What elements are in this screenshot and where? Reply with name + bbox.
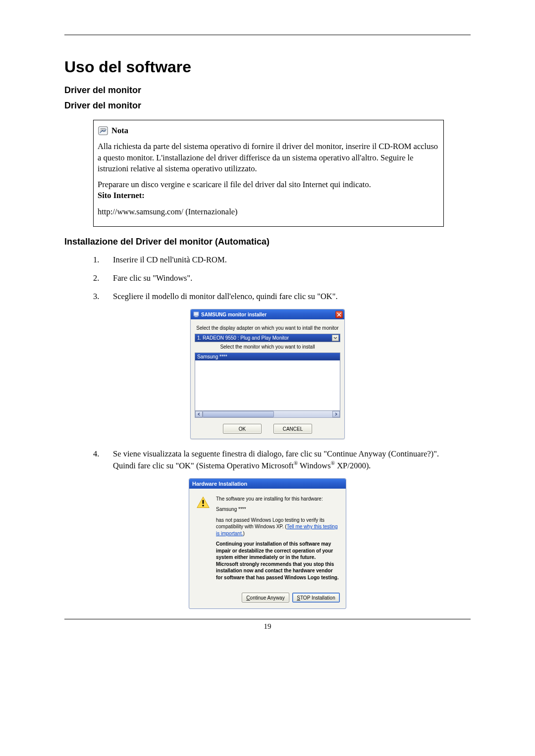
installer-adapter-combo[interactable]: 1. RADEON 9550 : Plug and Play Monitor (195, 334, 340, 342)
continue-rest: ontinue Anyway (250, 595, 285, 601)
step-4-text-pre: Se viene visualizzata la seguente finest… (113, 449, 439, 470)
installer-dialog: SAMSUNG monitor installer Select the dis… (190, 309, 345, 439)
note-header: Nota (98, 125, 439, 136)
section-install-auto: Installazione del Driver del monitor (Au… (64, 237, 471, 247)
note-site-label: Sito Internet: (98, 191, 145, 200)
scroll-left-icon[interactable] (195, 411, 203, 417)
steps-list-cont: 4. Se viene visualizzata la seguente fin… (93, 448, 455, 471)
ok-button[interactable]: OK (223, 424, 262, 434)
step-2: 2. Fare clic su "Windows". (93, 272, 455, 284)
step-1-num: 1. (93, 254, 102, 265)
step-1-text: Inserire il CD nell'unità CD-ROM. (113, 254, 227, 265)
scroll-thumb[interactable] (203, 411, 274, 417)
hwi-message: The software you are installing for this… (216, 496, 339, 585)
step-4-text-post: XP/2000). (335, 461, 371, 470)
step-2-text: Fare clic su "Windows". (113, 272, 192, 284)
step-4-text: Se viene visualizzata la seguente finest… (113, 448, 455, 471)
svg-rect-2 (195, 316, 198, 317)
svg-point-4 (202, 504, 204, 506)
hwi-line1: The software you are installing for this… (216, 496, 339, 503)
installer-label-mid: Select the monitor which you want to ins… (195, 344, 340, 350)
stop-rest: TOP Installation (300, 595, 335, 601)
page-number: 19 (64, 622, 471, 631)
stop-installation-button[interactable]: STOP Installation (292, 593, 340, 603)
step-3: 3. Scegliere il modello di monitor dall'… (93, 291, 455, 302)
svg-rect-3 (203, 500, 204, 504)
section-driver-2: Driver del monitor (64, 101, 471, 111)
installer-combo-value: 1. RADEON 9550 : Plug and Play Monitor (197, 335, 289, 341)
note-paragraph-2-text: Preparare un disco vergine e scaricare i… (98, 180, 371, 189)
installer-monitor-list[interactable]: Samsung **** (195, 353, 340, 411)
close-icon[interactable] (335, 311, 343, 318)
scroll-track[interactable] (203, 411, 332, 417)
hwi-bold: Continuing your installation of this sof… (216, 541, 339, 581)
installer-titlebar: SAMSUNG monitor installer (191, 309, 344, 319)
step-4-text-mid: Windows (298, 461, 330, 470)
step-3-num: 3. (93, 291, 102, 302)
installer-list-selected[interactable]: Samsung **** (195, 353, 340, 360)
installer-hscrollbar[interactable] (195, 410, 340, 418)
note-icon (98, 126, 108, 136)
cancel-button[interactable]: CANCEL (273, 424, 312, 434)
step-2-num: 2. (93, 272, 102, 284)
note-box: Nota Alla richiesta da parte del sistema… (93, 120, 444, 227)
stop-underline: S (297, 595, 300, 601)
continue-underline: C (246, 595, 250, 601)
note-paragraph-1: Alla richiesta da parte del sistema oper… (98, 141, 439, 174)
steps-list: 1. Inserire il CD nell'unità CD-ROM. 2. … (93, 254, 455, 302)
step-4: 4. Se viene visualizzata la seguente fin… (93, 448, 455, 471)
svg-rect-1 (194, 312, 199, 316)
note-paragraph-2: Preparare un disco vergine e scaricare i… (98, 179, 439, 202)
installer-figure: SAMSUNG monitor installer Select the dis… (64, 309, 471, 439)
note-label: Nota (111, 125, 128, 136)
hwi-figure: Hardware Installation The software you a… (64, 478, 471, 609)
note-url[interactable]: http://www.samsung.com/ (Internazionale) (98, 207, 238, 216)
installer-app-icon (193, 311, 199, 317)
hwi-titlebar: Hardware Installation (189, 479, 346, 489)
section-driver-1: Driver del monitor (64, 85, 471, 96)
step-4-num: 4. (93, 448, 102, 471)
scroll-right-icon[interactable] (332, 411, 340, 417)
page-title: Uso del software (64, 58, 471, 76)
installer-label-top: Select the display adapter on which you … (195, 325, 340, 331)
step-3-text: Scegliere il modello di monitor dall'ele… (113, 291, 338, 302)
top-divider (64, 35, 471, 35)
hwi-model: Samsung **** (216, 506, 339, 513)
warning-icon (196, 496, 210, 509)
registered-mark-2: ® (331, 460, 335, 466)
chevron-down-icon[interactable] (332, 335, 339, 341)
hwi-dialog: Hardware Installation The software you a… (189, 478, 346, 609)
hwi-line2: has not passed Windows Logo testing to v… (216, 517, 339, 537)
hwi-title: Hardware Installation (192, 481, 247, 487)
installer-title: SAMSUNG monitor installer (201, 312, 267, 317)
step-1: 1. Inserire il CD nell'unità CD-ROM. (93, 254, 455, 265)
hwi-line2-post: ) (243, 531, 244, 536)
continue-anyway-button[interactable]: Continue Anyway (242, 593, 289, 603)
bottom-divider (64, 619, 471, 619)
